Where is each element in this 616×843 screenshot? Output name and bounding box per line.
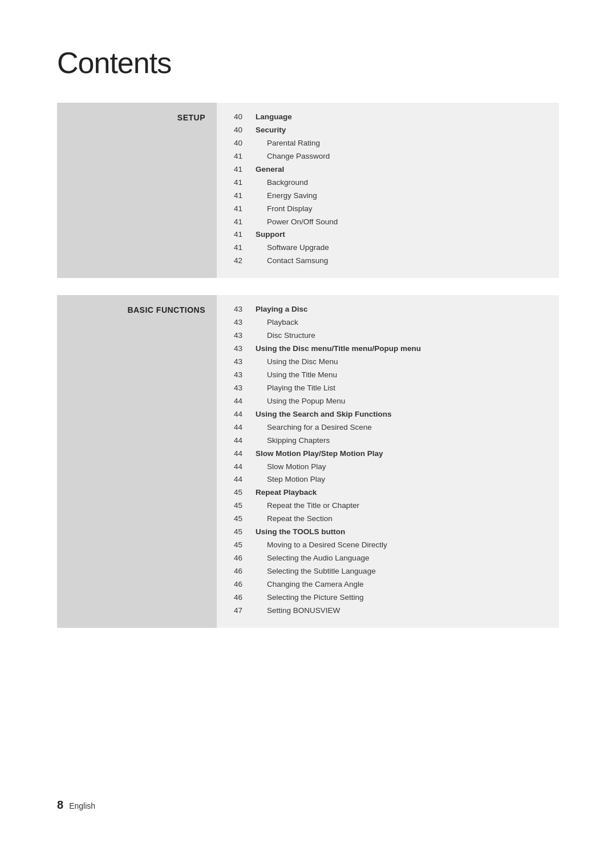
- toc-entry: 46Selecting the Picture Setting: [234, 591, 548, 604]
- toc-entry: 45Repeat the Title or Chapter: [234, 499, 548, 513]
- toc-entry-text: Slow Motion Play: [256, 461, 326, 474]
- toc-entry-text: Language: [256, 111, 292, 124]
- footer: 8 English: [57, 798, 95, 812]
- toc-entry: 41Software Upgrade: [234, 241, 548, 255]
- toc-entry: 44Skipping Chapters: [234, 434, 548, 447]
- toc-entry: 41Energy Saving: [234, 189, 548, 203]
- toc-entry-num: 43: [234, 342, 256, 356]
- toc-entry-text: Step Motion Play: [256, 473, 325, 486]
- footer-language: English: [69, 801, 95, 810]
- toc-entry-text: Moving to a Desired Scene Directly: [256, 539, 387, 552]
- entries-col-setup: 40Language40Security40Parental Rating41C…: [217, 103, 559, 278]
- toc-section-setup: SETUP40Language40Security40Parental Rati…: [57, 103, 559, 278]
- toc-entry-text: Using the Popup Menu: [256, 395, 345, 408]
- toc-entry-text: Power On/Off Sound: [256, 216, 338, 229]
- toc-entry-num: 41: [234, 241, 256, 255]
- toc-entry-text: Security: [256, 124, 286, 137]
- entries-col-basic-functions: 43Playing a Disc43Playback43Disc Structu…: [217, 295, 559, 628]
- toc-entry-num: 41: [234, 228, 256, 241]
- toc-entry-num: 41: [234, 176, 256, 189]
- toc-entry-text: Changing the Camera Angle: [256, 578, 364, 591]
- toc-entry: 41General: [234, 163, 548, 176]
- toc-entry: 44Slow Motion Play: [234, 461, 548, 474]
- toc-entry: 41Front Display: [234, 203, 548, 216]
- toc-entry: 43Using the Disc Menu: [234, 356, 548, 369]
- toc-entry: 46Selecting the Subtitle Language: [234, 565, 548, 578]
- toc-entry-num: 43: [234, 316, 256, 329]
- toc-entry-text: Slow Motion Play/Step Motion Play: [256, 447, 383, 461]
- toc-entry-num: 45: [234, 513, 256, 526]
- toc-entry-num: 43: [234, 356, 256, 369]
- toc-entry-text: Support: [256, 228, 285, 241]
- toc-entry-text: Change Password: [256, 150, 330, 163]
- toc-entry-text: Parental Rating: [256, 137, 320, 150]
- toc-entry-num: 43: [234, 382, 256, 395]
- toc-entry: 44Using the Search and Skip Functions: [234, 408, 548, 421]
- toc-entry-num: 40: [234, 124, 256, 137]
- toc-entry: 43Playing the Title List: [234, 382, 548, 395]
- toc-entry: 44Step Motion Play: [234, 473, 548, 486]
- toc-entry-num: 43: [234, 303, 256, 316]
- toc-entry-num: 41: [234, 203, 256, 216]
- toc-entry-text: Playback: [256, 316, 298, 329]
- toc-entry-text: Disc Structure: [256, 329, 315, 342]
- toc-entry-text: Searching for a Desired Scene: [256, 421, 372, 434]
- toc-entry-text: Repeat the Section: [256, 513, 333, 526]
- section-label-col-basic-functions: BASIC FUNCTIONS: [57, 295, 217, 628]
- toc-entry: 41Power On/Off Sound: [234, 216, 548, 229]
- toc-entry-text: Setting BONUSVIEW: [256, 604, 340, 618]
- toc-entry-num: 45: [234, 499, 256, 513]
- toc-entry: 40Parental Rating: [234, 137, 548, 150]
- toc-entry: 45Using the TOOLS button: [234, 526, 548, 539]
- section-label-col-setup: SETUP: [57, 103, 217, 278]
- toc-entry: 41Change Password: [234, 150, 548, 163]
- toc-entry-text: Contact Samsung: [256, 255, 328, 268]
- page-title: Contents: [57, 46, 559, 80]
- toc-entry: 41Support: [234, 228, 548, 241]
- toc-entry: 46Changing the Camera Angle: [234, 578, 548, 591]
- toc-entry: 47Setting BONUSVIEW: [234, 604, 548, 618]
- section-label-basic-functions: BASIC FUNCTIONS: [127, 305, 205, 314]
- footer-page-number: 8: [57, 798, 63, 812]
- toc-entry-num: 46: [234, 565, 256, 578]
- toc-entry-text: Using the Search and Skip Functions: [256, 408, 392, 421]
- toc-entry-num: 44: [234, 395, 256, 408]
- toc-entry-num: 43: [234, 369, 256, 382]
- toc-entry: 40Language: [234, 111, 548, 124]
- toc-entry: 44Using the Popup Menu: [234, 395, 548, 408]
- toc-entry-num: 43: [234, 329, 256, 342]
- toc-entry: 43Using the Title Menu: [234, 369, 548, 382]
- toc-entry-text: Energy Saving: [256, 189, 317, 203]
- toc-entry-num: 45: [234, 539, 256, 552]
- toc-entry-num: 41: [234, 189, 256, 203]
- toc-entry-text: Playing a Disc: [256, 303, 308, 316]
- toc-entry-num: 44: [234, 434, 256, 447]
- toc-entry-num: 44: [234, 473, 256, 486]
- toc-entry-num: 41: [234, 216, 256, 229]
- toc-entry: 45Repeat Playback: [234, 486, 548, 499]
- toc-entry-text: Skipping Chapters: [256, 434, 330, 447]
- toc-entry-text: Using the Title Menu: [256, 369, 337, 382]
- toc-entry: 40Security: [234, 124, 548, 137]
- toc-entry-num: 44: [234, 447, 256, 461]
- toc-entry-text: Playing the Title List: [256, 382, 335, 395]
- toc-entry-text: Software Upgrade: [256, 241, 329, 255]
- toc-entry-text: Selecting the Audio Language: [256, 552, 369, 565]
- toc-entry-num: 41: [234, 163, 256, 176]
- toc-entry: 43Disc Structure: [234, 329, 548, 342]
- toc-entry-num: 41: [234, 150, 256, 163]
- toc-entry-num: 46: [234, 552, 256, 565]
- toc-entry-num: 45: [234, 486, 256, 499]
- toc-entry-text: Selecting the Picture Setting: [256, 591, 364, 604]
- toc-section-basic-functions: BASIC FUNCTIONS43Playing a Disc43Playbac…: [57, 295, 559, 628]
- toc-entry-num: 46: [234, 578, 256, 591]
- toc-entry-text: Using the TOOLS button: [256, 526, 345, 539]
- toc-entry: 42Contact Samsung: [234, 255, 548, 268]
- toc-entry-num: 44: [234, 461, 256, 474]
- toc-entry-text: Front Display: [256, 203, 313, 216]
- toc-entry-text: Using the Disc menu/Title menu/Popup men…: [256, 342, 421, 356]
- section-label-setup: SETUP: [177, 113, 205, 122]
- toc-entry-text: General: [256, 163, 284, 176]
- toc-entry: 43Playback: [234, 316, 548, 329]
- toc-entry: 43Playing a Disc: [234, 303, 548, 316]
